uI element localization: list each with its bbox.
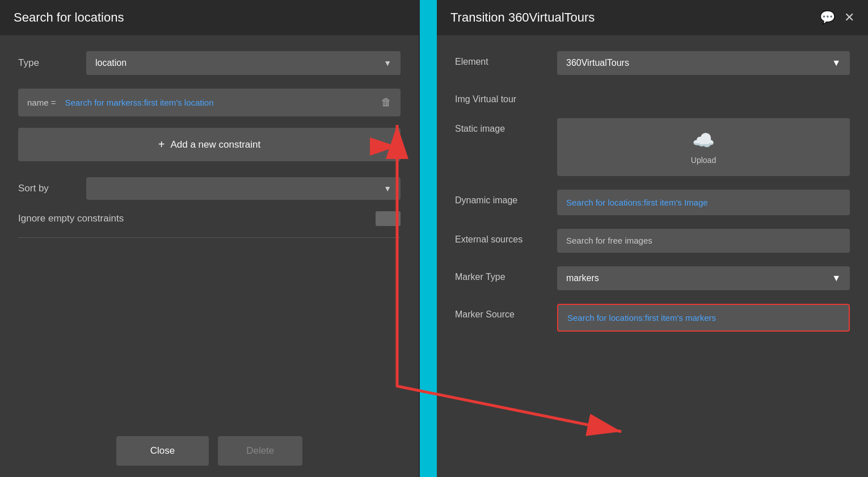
ignore-label: Ignore empty constraints [18, 213, 124, 224]
sort-by-row: Sort by ▼ [18, 177, 401, 200]
img-virtual-tour-label: Img Virtual tour [455, 89, 557, 104]
dynamic-image-box[interactable]: Search for locations:first item's Image [557, 190, 850, 215]
constraint-label: name = [27, 98, 56, 107]
constraint-delete-icon[interactable]: 🗑 [381, 97, 391, 108]
type-select[interactable]: location ▼ [86, 51, 401, 75]
right-panel: Transition 360VirtualTours 💬 ✕ Element 3… [437, 0, 868, 477]
type-chevron-icon: ▼ [384, 58, 391, 68]
marker-type-chevron-icon: ▼ [832, 273, 841, 283]
upload-label: Upload [691, 156, 716, 165]
add-constraint-label: Add a new constraint [170, 139, 260, 150]
header-icons: 💬 ✕ [820, 10, 854, 25]
constraint-value: Search for markerss:first item's locatio… [65, 98, 374, 107]
sort-by-label: Sort by [18, 183, 86, 194]
element-row: Element 360VirtualTours ▼ [455, 51, 850, 75]
right-panel-body: Element 360VirtualTours ▼ Img Virtual to… [437, 35, 868, 477]
external-sources-row: External sources Search for free images [455, 229, 850, 253]
right-panel-title: Transition 360VirtualTours [450, 10, 595, 25]
element-label: Element [455, 51, 557, 67]
constraint-row: name = Search for markerss:first item's … [18, 89, 401, 116]
type-label: Type [18, 57, 86, 69]
right-panel-header: Transition 360VirtualTours 💬 ✕ [437, 0, 868, 35]
marker-type-label: Marker Type [455, 266, 557, 282]
ignore-empty-row: Ignore empty constraints [18, 211, 401, 238]
external-sources-label: External sources [455, 229, 557, 245]
marker-type-row: Marker Type markers ▼ [455, 266, 850, 290]
plus-icon: + [158, 138, 165, 151]
dynamic-image-value: Search for locations:first item's Image [566, 198, 708, 207]
static-image-label: Static image [455, 118, 557, 134]
marker-source-label: Marker Source [455, 304, 557, 320]
marker-source-box[interactable]: Search for locations:first item's marker… [557, 304, 850, 332]
marker-source-value: Search for locations:first item's marker… [567, 313, 716, 323]
close-button[interactable]: Close [116, 436, 209, 466]
sort-by-select[interactable]: ▼ [86, 177, 401, 200]
marker-source-row: Marker Source Search for locations:first… [455, 304, 850, 332]
chat-icon[interactable]: 💬 [820, 10, 835, 25]
delete-button[interactable]: Delete [218, 436, 302, 466]
close-icon[interactable]: ✕ [844, 10, 854, 25]
left-panel-title: Search for locations [14, 10, 124, 25]
add-constraint-button[interactable]: + Add a new constraint [18, 128, 401, 161]
type-value: location [95, 58, 127, 68]
external-sources-value: Search for free images [566, 236, 652, 245]
left-panel-body: Type location ▼ name = Search for marker… [0, 35, 419, 425]
middle-strip [420, 0, 437, 477]
sort-chevron-icon: ▼ [384, 184, 391, 193]
external-sources-box[interactable]: Search for free images [557, 229, 850, 253]
element-select[interactable]: 360VirtualTours ▼ [557, 51, 850, 75]
left-panel-header: Search for locations [0, 0, 419, 35]
type-row: Type location ▼ [18, 51, 401, 75]
dynamic-image-label: Dynamic image [455, 190, 557, 206]
upload-box[interactable]: ☁️ Upload [557, 118, 850, 176]
img-virtual-tour-row: Img Virtual tour [455, 89, 850, 104]
marker-type-value: markers [566, 273, 599, 283]
left-panel-footer: Close Delete [0, 425, 419, 477]
marker-type-select[interactable]: markers ▼ [557, 266, 850, 290]
element-value: 360VirtualTours [566, 58, 629, 68]
dynamic-image-row: Dynamic image Search for locations:first… [455, 190, 850, 215]
element-chevron-icon: ▼ [832, 58, 841, 68]
left-panel: Search for locations Type location ▼ nam… [0, 0, 420, 477]
upload-icon: ☁️ [692, 129, 715, 151]
static-image-row: Static image ☁️ Upload [455, 118, 850, 176]
ignore-toggle[interactable] [376, 211, 401, 226]
